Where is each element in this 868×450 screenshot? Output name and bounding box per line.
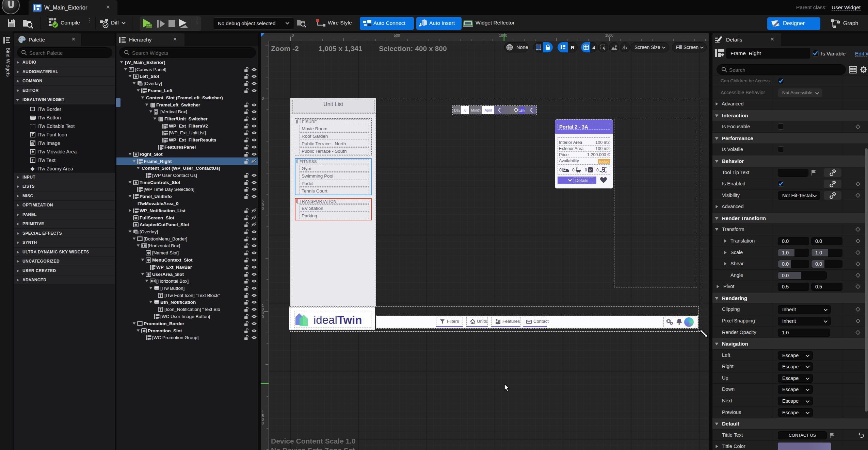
svg-text:✱: ✱ — [142, 329, 145, 333]
svg-text:T: T — [159, 308, 161, 312]
svg-text:✱: ✱ — [147, 272, 150, 277]
svg-text:T: T — [159, 294, 161, 298]
svg-text:✱: ✱ — [134, 216, 137, 220]
svg-text:✱: ✱ — [134, 181, 137, 185]
svg-text:✱: ✱ — [134, 223, 137, 227]
svg-text:✱: ✱ — [134, 152, 137, 156]
svg-text:✱: ✱ — [134, 74, 137, 79]
svg-text:✱: ✱ — [147, 251, 150, 255]
svg-text:✱: ✱ — [147, 258, 150, 262]
